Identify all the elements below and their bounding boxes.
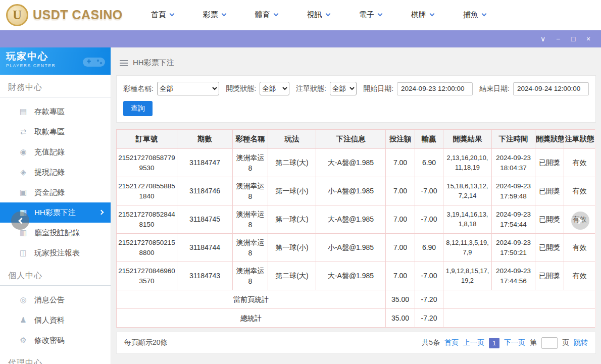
jump-prefix-label: 第 xyxy=(530,338,537,347)
page-jump-input[interactable] xyxy=(541,337,558,349)
sidebar-item[interactable]: ◉ 充值記錄 xyxy=(0,142,111,162)
cell-lottery-name: 澳洲幸运8 xyxy=(233,149,268,177)
chevron-down-icon xyxy=(221,12,226,17)
chevron-down-icon xyxy=(377,12,382,17)
sidebar-item-label: HH彩票下注 xyxy=(34,208,76,218)
start-date-input[interactable] xyxy=(397,82,473,95)
cell-lottery-name: 澳洲幸运8 xyxy=(233,205,268,234)
cell-bet-amount: 7.00 xyxy=(386,234,415,262)
cell-draw-status: 已開獎 xyxy=(535,177,564,205)
cell-bet-info: 小-A盤@1.985 xyxy=(316,177,386,205)
nav-item-label: 首頁 xyxy=(151,10,166,20)
total-count-text: 共5条 xyxy=(422,338,440,347)
cell-draw-result: 2,13,16,20,10,11,18,19 xyxy=(443,149,492,177)
funds-record-icon: ▣ xyxy=(19,188,28,197)
cell-bet-time: 2024-09-23 17:54:44 xyxy=(492,205,535,234)
sidebar-section-finance: 財務中心 ▤ 存款專區 ⇄ 取款專區 xyxy=(0,75,111,263)
sidebar-item[interactable]: ⇄ 取款專區 xyxy=(0,122,111,142)
sidebar-item-label: 消息公告 xyxy=(34,295,65,305)
sidebar-item[interactable]: ⚙ 修改密碼 xyxy=(0,330,111,350)
order-status-select[interactable]: 全部 xyxy=(330,82,357,95)
first-page-link[interactable]: 首页 xyxy=(444,338,459,347)
window-dropdown-icon[interactable]: ∨ xyxy=(535,30,550,47)
cell-order-no: 2152172708528448150 xyxy=(117,205,177,234)
deposit-icon: ▤ xyxy=(19,107,28,116)
sidebar-item-label: 取款專區 xyxy=(34,127,65,137)
profile-icon: ♟ xyxy=(19,316,28,325)
column-header: 下注信息 xyxy=(316,130,386,149)
section-label-personal: 個人中心 xyxy=(0,263,111,286)
column-header: 開獎結果 xyxy=(443,130,492,149)
cell-lottery-name: 澳洲幸运8 xyxy=(233,262,268,290)
column-header: 訂單號 xyxy=(117,130,177,149)
cell-play-type: 第二球(大) xyxy=(268,149,316,177)
chevron-right-icon xyxy=(99,210,104,215)
cell-order-status: 有效 xyxy=(564,149,595,177)
window-close-icon[interactable]: × xyxy=(581,30,596,47)
lottery-name-select[interactable]: 全部 xyxy=(157,82,219,95)
cell-bet-amount: 7.00 xyxy=(386,177,415,205)
scroll-right-button[interactable] xyxy=(571,212,589,230)
cell-win-loss: -7.00 xyxy=(415,177,443,205)
page-title: HH彩票下注 xyxy=(133,58,174,68)
nav-item[interactable]: 視訊 xyxy=(307,10,330,20)
table-row: 2152172708469603570 31184743 澳洲幸运8 第二球(大… xyxy=(117,262,595,290)
nav-item[interactable]: 體育 xyxy=(255,10,278,20)
sidebar-item[interactable]: ◫ 玩家投注報表 xyxy=(0,243,111,263)
page-summary-row: 當前頁統計 35.00 -7.20 xyxy=(117,290,595,309)
page-size-text: 每頁顯示20條 xyxy=(124,338,168,347)
draw-status-select[interactable]: 全部 xyxy=(260,82,289,95)
nav-item[interactable]: 捕魚 xyxy=(463,10,486,20)
collapse-left-button[interactable] xyxy=(11,212,29,230)
prev-page-link[interactable]: 上一页 xyxy=(463,338,484,347)
chevron-down-icon xyxy=(481,12,486,17)
total-summary-label: 總統計 xyxy=(117,309,386,328)
window-minimize-icon[interactable]: − xyxy=(550,30,566,47)
sidebar-item[interactable]: ▤ 存款專區 xyxy=(0,101,111,122)
next-page-link[interactable]: 下一页 xyxy=(504,338,525,347)
cell-issue: 31184746 xyxy=(177,177,233,205)
sidebar-item-label: 資金記錄 xyxy=(34,188,65,197)
cell-bet-info: 大-A盤@1.985 xyxy=(316,205,386,234)
cell-bet-time: 2024-09-23 17:44:56 xyxy=(492,262,535,290)
end-date-input[interactable] xyxy=(513,82,589,95)
sidebar-item-label: 修改密碼 xyxy=(34,336,65,345)
nav-item[interactable]: 彩票 xyxy=(203,10,226,20)
change-password-icon: ⚙ xyxy=(19,336,28,345)
nav-item[interactable]: 首頁 xyxy=(151,10,174,20)
jump-button[interactable]: 跳转 xyxy=(574,338,588,347)
nav-item-label: 電子 xyxy=(359,10,374,20)
sidebar-item[interactable]: ◎ 消息公告 xyxy=(0,290,111,310)
bet-table-card: 訂單號 期數 彩種名稱 玩法 下注信息 投注額 xyxy=(116,129,596,328)
cell-draw-status: 已開獎 xyxy=(535,234,564,262)
sidebar-item-label: 提現記錄 xyxy=(34,168,65,177)
brand-logo[interactable]: U USDT CASINO xyxy=(0,4,123,26)
chevron-down-icon xyxy=(325,12,330,17)
chevron-down-icon xyxy=(429,12,434,17)
filter-panel: 彩種名稱: 全部 開獎狀態: 全部 注單狀態: 全部 開始日期: 結束日期: xyxy=(116,75,596,123)
nav-item-label: 彩票 xyxy=(203,10,218,20)
window-maximize-icon[interactable]: □ xyxy=(566,30,581,47)
breadcrumb: HH彩票下注 xyxy=(116,47,596,75)
sidebar-item[interactable]: ♟ 個人資料 xyxy=(0,310,111,330)
cell-draw-result: 8,12,11,3,5,19,7,9 xyxy=(443,234,492,262)
current-page-badge[interactable]: 1 xyxy=(489,338,499,348)
nav-item[interactable]: 電子 xyxy=(359,10,382,20)
table-row: 2152172708528448150 31184745 澳洲幸运8 第一球(大… xyxy=(117,205,595,234)
sidebar-item-label: 存款專區 xyxy=(34,107,65,117)
cell-issue: 31184745 xyxy=(177,205,233,234)
cell-order-status: 有效 xyxy=(564,234,595,262)
hamburger-menu-icon[interactable] xyxy=(120,60,128,66)
cell-order-status: 有效 xyxy=(564,262,595,290)
cell-play-type: 第一球(小) xyxy=(268,234,316,262)
cell-bet-time: 2024-09-23 17:50:21 xyxy=(492,234,535,262)
cell-issue: 31184744 xyxy=(177,234,233,262)
nav-item[interactable]: 棋牌 xyxy=(411,10,434,20)
players-center-header: 玩家中心 PLAYERS CENTER xyxy=(0,47,111,75)
sidebar-item-label: 充值記錄 xyxy=(34,147,65,157)
cell-draw-result: 1,9,12,8,15,17,19,2 xyxy=(443,262,492,290)
sidebar-item[interactable]: ▣ 資金記錄 xyxy=(0,182,111,202)
cell-win-loss: 6.90 xyxy=(415,149,443,177)
sidebar-item[interactable]: ◈ 提現記錄 xyxy=(0,162,111,182)
query-button[interactable]: 查詢 xyxy=(123,101,153,116)
